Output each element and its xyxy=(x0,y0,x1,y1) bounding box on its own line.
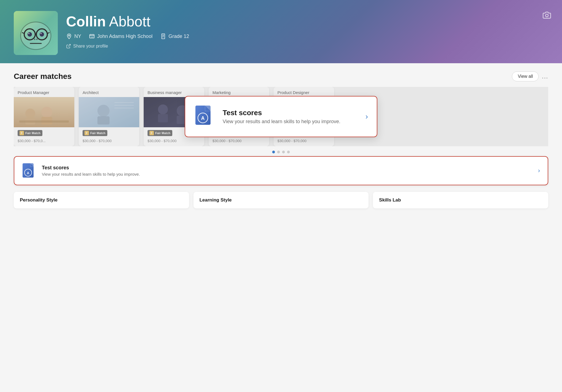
grade-icon xyxy=(160,33,166,39)
svg-rect-61 xyxy=(23,163,34,178)
carousel-dot-3[interactable] xyxy=(282,151,285,153)
info-cards-row: Personality Style Learning Style Skills … xyxy=(14,192,548,208)
learning-style-card[interactable]: Learning Style xyxy=(193,192,369,208)
test-scores-popup[interactable]: A Test scores View your results and lear… xyxy=(185,96,377,137)
career-matches-section-header: Career matches View all ... xyxy=(14,71,548,81)
svg-point-13 xyxy=(36,39,38,40)
share-icon xyxy=(66,44,71,49)
personality-style-title: Personality Style xyxy=(20,197,183,203)
svg-point-3 xyxy=(28,32,32,37)
career-matches-title: Career matches xyxy=(14,72,72,81)
svg-point-12 xyxy=(34,39,36,40)
svg-point-25 xyxy=(545,14,548,17)
avatar-image xyxy=(14,11,58,55)
carousel-dot-2[interactable] xyxy=(277,151,280,153)
svg-point-6 xyxy=(40,32,44,37)
learning-style-title: Learning Style xyxy=(200,197,363,203)
skills-lab-title: Skills Lab xyxy=(379,197,542,203)
camera-button[interactable] xyxy=(543,11,551,20)
svg-text:A: A xyxy=(27,171,29,175)
carousel-dot-4[interactable] xyxy=(287,151,290,153)
svg-point-14 xyxy=(69,35,70,36)
test-scores-large-icon: A xyxy=(194,104,216,129)
share-profile-button[interactable]: Share your profile xyxy=(66,44,548,49)
test-scores-popup-description: View your results and learn skills to he… xyxy=(223,119,359,125)
more-options-button[interactable]: ... xyxy=(542,73,548,80)
svg-line-24 xyxy=(68,44,70,46)
view-all-button[interactable]: View all xyxy=(512,71,539,81)
grade-meta: Grade 12 xyxy=(160,33,189,39)
camera-icon xyxy=(543,11,551,19)
test-scores-popup-overlay: A Test scores View your results and lear… xyxy=(14,87,548,146)
profile-info: Collin Abbott NY ABC John Adams High Sch… xyxy=(66,11,548,49)
test-scores-bottom-title: Test scores xyxy=(42,165,533,171)
svg-point-7 xyxy=(40,33,42,34)
section-actions: View all ... xyxy=(512,71,548,81)
svg-text:ABC: ABC xyxy=(91,37,94,38)
skills-lab-card[interactable]: Skills Lab xyxy=(373,192,548,208)
profile-meta: NY ABC John Adams High School xyxy=(66,33,548,39)
personality-style-card[interactable]: Personality Style xyxy=(14,192,189,208)
career-cards-wrapper: Product Manager xyxy=(14,87,548,146)
avatar xyxy=(14,11,58,55)
test-scores-bottom-chevron[interactable]: › xyxy=(538,167,540,174)
test-scores-bottom-card[interactable]: A Test scores View your results and lear… xyxy=(14,156,548,185)
profile-header: Collin Abbott NY ABC John Adams High Sch… xyxy=(0,0,562,63)
carousel-dot-1[interactable] xyxy=(272,151,275,153)
school-meta: ABC John Adams High School xyxy=(89,33,152,39)
location-icon xyxy=(66,33,72,39)
school-icon: ABC xyxy=(89,33,95,39)
profile-name: Collin Abbott xyxy=(66,14,548,29)
svg-text:A: A xyxy=(201,115,205,121)
location-meta: NY xyxy=(66,33,81,39)
test-scores-bottom-content: Test scores View your results and learn … xyxy=(42,165,533,176)
carousel-dots xyxy=(14,151,548,153)
svg-point-4 xyxy=(28,33,29,34)
test-scores-popup-title: Test scores xyxy=(223,109,359,117)
test-scores-popup-content: Test scores View your results and learn … xyxy=(223,109,359,125)
main-content: Career matches View all ... Product Mana… xyxy=(0,63,562,217)
test-scores-bottom-description: View your results and learn skills to he… xyxy=(42,172,533,176)
svg-point-1 xyxy=(21,22,51,49)
test-scores-popup-chevron[interactable]: › xyxy=(365,112,368,121)
test-scores-small-icon: A xyxy=(22,163,36,179)
